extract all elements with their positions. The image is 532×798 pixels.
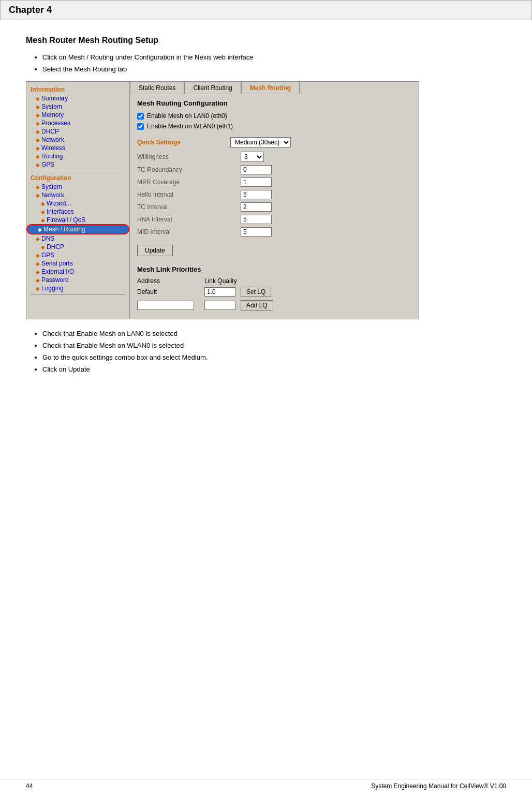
ui-screenshot-box: Information ◆ Summary ◆ System ◆ Memory … bbox=[26, 81, 419, 319]
add-address-field-wrapper bbox=[137, 301, 204, 310]
sidebar-item-external-io[interactable]: ◆ External I/O bbox=[26, 268, 129, 276]
diamond-icon: ◆ bbox=[36, 162, 40, 168]
sidebar-item-network-info[interactable]: ◆ Network bbox=[26, 136, 129, 144]
post-screenshot-bullets: Check that Enable Mesh on LAN0 is select… bbox=[42, 330, 506, 373]
bullet-1: Click on Mesh / Routing under Configurat… bbox=[42, 53, 506, 61]
set-lq-button[interactable]: Set LQ bbox=[241, 287, 271, 297]
diamond-icon: ◆ bbox=[36, 236, 40, 242]
sidebar-item-firewall[interactable]: ◆ Firewall / QoS bbox=[26, 216, 129, 224]
diamond-icon: ◆ bbox=[36, 104, 40, 110]
sidebar-item-gps-config[interactable]: ◆ GPS bbox=[26, 251, 129, 259]
sidebar-item-dns[interactable]: ◆ DNS bbox=[26, 234, 129, 243]
tab-content: Mesh Routing Configuration Enable Mesh o… bbox=[130, 94, 419, 319]
sidebar-item-routing-info[interactable]: ◆ Routing bbox=[26, 152, 129, 160]
willingness-row: Willingness 3 bbox=[137, 152, 411, 162]
sidebar-item-memory[interactable]: ◆ Memory bbox=[26, 111, 129, 119]
enable-lan0-checkbox[interactable] bbox=[137, 113, 144, 120]
sidebar-item-processes[interactable]: ◆ Processes bbox=[26, 119, 129, 127]
chapter-header: Chapter 4 bbox=[0, 0, 532, 20]
mpr-coverage-row: MPR Coverage bbox=[137, 178, 411, 187]
mid-interval-input[interactable] bbox=[241, 227, 272, 237]
sidebar-item-dhcp-config[interactable]: ◆ DHCP bbox=[26, 243, 129, 251]
tab-client-routing[interactable]: Client Routing bbox=[184, 82, 241, 94]
mesh-link-default-row: Default Set LQ bbox=[137, 287, 411, 297]
mpr-coverage-input[interactable] bbox=[241, 178, 272, 187]
page-number: 44 bbox=[26, 782, 33, 790]
add-lq-button[interactable]: Add LQ bbox=[241, 300, 273, 311]
hna-interval-label: HNA Interval bbox=[137, 216, 241, 223]
diamond-icon: ◆ bbox=[36, 129, 40, 135]
enable-wlan0-label: Enable Mesh on WLAN0 (eth1) bbox=[147, 123, 233, 130]
address-col-header: Address bbox=[137, 277, 204, 285]
hello-interval-input[interactable] bbox=[241, 190, 272, 199]
mesh-link-header: Address Link Quality bbox=[137, 277, 411, 285]
bullet-2: Select the Mesh Routing tab bbox=[42, 65, 506, 73]
sidebar-item-interfaces[interactable]: ◆ Interfaces bbox=[26, 208, 129, 216]
tc-redundancy-row: TC Redundancy bbox=[137, 165, 411, 174]
sidebar-divider-2 bbox=[31, 294, 125, 295]
enable-lan0-row: Enable Mesh on LAN0 (eth0) bbox=[137, 112, 411, 120]
sidebar: Information ◆ Summary ◆ System ◆ Memory … bbox=[26, 82, 130, 319]
quick-settings-label: Quick Settings bbox=[137, 139, 230, 146]
diamond-icon: ◆ bbox=[36, 286, 40, 291]
sidebar-item-system-info[interactable]: ◆ System bbox=[26, 102, 129, 111]
sidebar-item-logging[interactable]: ◆ Logging bbox=[26, 284, 129, 292]
bullet-6: Click on Update bbox=[42, 365, 506, 373]
diamond-icon: ◆ bbox=[41, 209, 45, 215]
willingness-select[interactable]: 3 bbox=[241, 152, 264, 162]
enable-wlan0-row: Enable Mesh on WLAN0 (eth1) bbox=[137, 123, 411, 130]
mpr-coverage-label: MPR Coverage bbox=[137, 179, 241, 186]
tab-static-routes[interactable]: Static Routes bbox=[130, 82, 184, 94]
default-address-label: Default bbox=[137, 288, 204, 295]
add-address-input[interactable] bbox=[137, 301, 194, 310]
sidebar-item-summary[interactable]: ◆ Summary bbox=[26, 94, 129, 102]
tc-interval-input[interactable] bbox=[241, 202, 272, 212]
mesh-link-add-row: Add LQ bbox=[137, 300, 411, 311]
tab-mesh-routing[interactable]: Mesh Routing bbox=[241, 82, 300, 94]
sidebar-divider-1 bbox=[31, 171, 125, 171]
mid-interval-label: MID Interval bbox=[137, 228, 241, 235]
hna-interval-input[interactable] bbox=[241, 215, 272, 224]
tc-interval-row: TC Interval bbox=[137, 202, 411, 212]
diamond-icon: ◆ bbox=[36, 121, 40, 126]
quick-settings-select[interactable]: Low (60sec) Medium (30sec) High (15sec) bbox=[230, 137, 291, 147]
hna-interval-row: HNA Interval bbox=[137, 215, 411, 224]
sidebar-item-serial-ports[interactable]: ◆ Serial ports bbox=[26, 259, 129, 268]
bullet-5: Go to the quick settings combo box and s… bbox=[42, 353, 506, 361]
page-footer: 44 System Engineering Manual for CellVie… bbox=[0, 779, 532, 790]
sidebar-item-gps-info[interactable]: ◆ GPS bbox=[26, 160, 129, 169]
diamond-icon: ◆ bbox=[36, 193, 40, 198]
information-section-label: Information bbox=[26, 85, 129, 94]
sidebar-item-dhcp-info[interactable]: ◆ DHCP bbox=[26, 127, 129, 136]
config-title: Mesh Routing Configuration bbox=[137, 99, 411, 107]
tc-redundancy-input[interactable] bbox=[241, 165, 272, 174]
tc-interval-label: TC Interval bbox=[137, 203, 241, 211]
diamond-icon: ◆ bbox=[41, 217, 45, 223]
sidebar-item-wireless[interactable]: ◆ Wireless bbox=[26, 144, 129, 152]
tc-redundancy-label: TC Redundancy bbox=[137, 166, 241, 173]
diamond-icon: ◆ bbox=[36, 277, 40, 283]
mid-interval-row: MID Interval bbox=[137, 227, 411, 237]
tab-bar: Static Routes Client Routing Mesh Routin… bbox=[130, 82, 419, 94]
quick-settings-row: Quick Settings Low (60sec) Medium (30sec… bbox=[137, 137, 411, 147]
instruction-list: Click on Mesh / Routing under Configurat… bbox=[42, 53, 506, 73]
sidebar-item-system-config[interactable]: ◆ System bbox=[26, 183, 129, 191]
add-lq-input[interactable] bbox=[204, 301, 235, 310]
default-lq-input[interactable] bbox=[204, 287, 235, 297]
hello-interval-label: Hello Interval bbox=[137, 191, 241, 198]
mesh-link-title: Mesh Link Priorities bbox=[137, 265, 411, 273]
enable-wlan0-checkbox[interactable] bbox=[137, 123, 144, 130]
sidebar-item-password[interactable]: ◆ Password bbox=[26, 276, 129, 284]
diamond-icon: ◆ bbox=[36, 261, 40, 267]
mesh-link-section: Mesh Link Priorities Address Link Qualit… bbox=[137, 265, 411, 311]
sidebar-item-mesh-routing[interactable]: ◆ Mesh / Routing bbox=[26, 224, 129, 234]
footer-copyright: System Engineering Manual for CellView® … bbox=[371, 782, 506, 790]
diamond-icon: ◆ bbox=[36, 96, 40, 101]
sidebar-item-network-config[interactable]: ◆ Network bbox=[26, 191, 129, 199]
diamond-icon: ◆ bbox=[36, 145, 40, 151]
diamond-icon: ◆ bbox=[41, 244, 45, 250]
sidebar-item-wizard[interactable]: ◆ Wizard... bbox=[26, 199, 129, 208]
chapter-title: Chapter 4 bbox=[9, 5, 52, 15]
update-button[interactable]: Update bbox=[137, 245, 173, 256]
diamond-icon: ◆ bbox=[36, 137, 40, 143]
